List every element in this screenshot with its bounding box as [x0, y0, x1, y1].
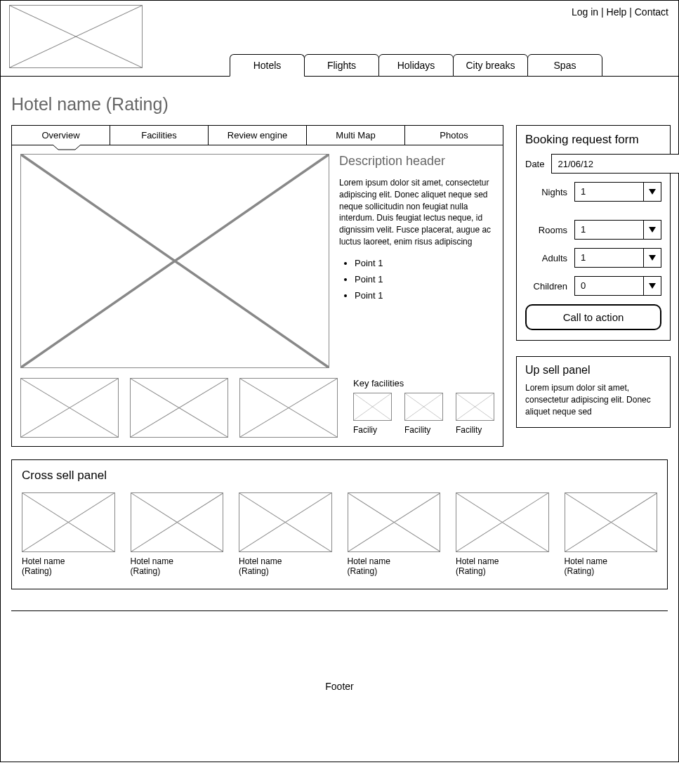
facility-item: Facility [404, 393, 443, 435]
rooms-label: Rooms [525, 225, 567, 235]
cross-sell-item[interactable]: Hotel name (Rating) [456, 492, 549, 576]
help-link[interactable]: Help [607, 6, 627, 18]
tab-multi-map[interactable]: Multi Map [307, 126, 405, 145]
description-points: Point 1 Point 1 Point 1 [339, 258, 494, 301]
chevron-down-icon[interactable] [643, 248, 661, 268]
tab-review-engine[interactable]: Review engine [209, 126, 307, 145]
svg-marker-17 [649, 227, 656, 233]
footer: Footer [11, 610, 668, 762]
detail-body: Description header Lorem ipsum dolor sit… [11, 145, 503, 447]
description-point: Point 1 [355, 290, 494, 301]
upsell-body: Lorem ipsum dolor sit amet, consectetur … [525, 382, 661, 417]
hotel-name: Hotel name [131, 556, 224, 566]
chevron-down-icon[interactable] [643, 182, 661, 202]
description-header: Description header [339, 154, 494, 169]
svg-marker-18 [649, 255, 656, 261]
facility-icon [456, 393, 494, 421]
cta-button[interactable]: Call to action [525, 304, 661, 330]
key-facilities-title: Key facilities [353, 378, 494, 388]
hotel-name: Hotel name [565, 556, 658, 566]
children-label: Children [525, 281, 567, 292]
main-nav: Hotels Flights Holidays City breaks Spas [230, 54, 602, 77]
cross-sell-title: Cross sell panel [22, 469, 657, 483]
rooms-value: 1 [574, 220, 643, 240]
facility-item: Faciliy [353, 393, 392, 435]
hotel-image-placeholder [348, 492, 441, 552]
upsell-panel: Up sell panel Lorem ipsum dolor sit amet… [516, 356, 671, 428]
nights-select[interactable]: 1 [574, 182, 661, 202]
cross-sell-item[interactable]: Hotel name (Rating) [565, 492, 658, 576]
cross-sell-item[interactable]: Hotel name (Rating) [348, 492, 441, 576]
nav-tab-hotels[interactable]: Hotels [230, 54, 305, 77]
date-label: Date [525, 159, 544, 169]
hotel-rating: (Rating) [565, 566, 658, 576]
cross-sell-item[interactable]: Hotel name (Rating) [22, 492, 115, 576]
thumbnail-image[interactable] [239, 378, 338, 438]
hotel-rating: (Rating) [348, 566, 441, 576]
hotel-image-placeholder [131, 492, 224, 552]
hotel-rating: (Rating) [239, 566, 332, 576]
hotel-rating: (Rating) [131, 566, 224, 576]
facility-icon [404, 393, 443, 421]
facility-icon [353, 393, 392, 421]
hotel-name: Hotel name [348, 556, 441, 566]
date-input[interactable] [551, 154, 679, 174]
thumbnail-image[interactable] [130, 378, 228, 438]
hero-image-placeholder [20, 154, 329, 368]
nav-tab-spas[interactable]: Spas [527, 54, 602, 77]
cross-sell-item[interactable]: Hotel name (Rating) [131, 492, 224, 576]
active-tab-indicator-icon [53, 145, 81, 150]
tab-photos[interactable]: Photos [405, 126, 503, 145]
hotel-image-placeholder [22, 492, 115, 552]
nav-tab-flights[interactable]: Flights [304, 54, 379, 77]
booking-title: Booking request form [525, 133, 661, 147]
top-links: Log in | Help | Contact [572, 6, 668, 18]
description-point: Point 1 [355, 258, 494, 268]
booking-form: Booking request form Date Nights 1 [516, 125, 671, 341]
hotel-rating: (Rating) [456, 566, 549, 576]
cross-sell-item[interactable]: Hotel name (Rating) [239, 492, 332, 576]
login-link[interactable]: Log in [572, 6, 598, 18]
logo-placeholder[interactable] [9, 5, 143, 68]
nights-value: 1 [574, 182, 643, 202]
hotel-image-placeholder [239, 492, 332, 552]
tab-overview[interactable]: Overview [12, 126, 110, 145]
hotel-image-placeholder [456, 492, 549, 552]
svg-marker-16 [649, 189, 656, 195]
header: Log in | Help | Contact Hotels Flights H… [1, 1, 678, 77]
adults-value: 1 [574, 248, 643, 268]
rooms-select[interactable]: 1 [574, 220, 661, 240]
chevron-down-icon[interactable] [643, 276, 661, 296]
adults-label: Adults [525, 253, 567, 263]
svg-marker-19 [649, 283, 656, 289]
facility-label: Facility [404, 425, 430, 435]
children-select[interactable]: 0 [574, 276, 661, 296]
hotel-name: Hotel name [239, 556, 332, 566]
page-title: Hotel name (Rating) [11, 94, 668, 115]
description-body: Lorem ipsum dolor sit amet, consectetur … [339, 177, 494, 248]
hotel-image-placeholder [565, 492, 658, 552]
detail-tabs: Overview Facilities Review engine Multi … [11, 125, 503, 145]
facility-label: Facility [456, 425, 482, 435]
chevron-down-icon[interactable] [643, 220, 661, 240]
hotel-rating: (Rating) [22, 566, 115, 576]
upsell-title: Up sell panel [525, 364, 661, 377]
hotel-name: Hotel name [456, 556, 549, 566]
contact-link[interactable]: Contact [635, 6, 668, 18]
cross-sell-panel: Cross sell panel Hotel name (Rating) Hot… [11, 459, 668, 589]
children-value: 0 [574, 276, 643, 296]
facility-label: Faciliy [353, 425, 377, 435]
description-point: Point 1 [355, 274, 494, 285]
tab-facilities[interactable]: Facilities [110, 126, 209, 145]
nights-label: Nights [525, 187, 567, 197]
nav-tab-city-breaks[interactable]: City breaks [453, 54, 528, 77]
thumbnail-image[interactable] [20, 378, 119, 438]
adults-select[interactable]: 1 [574, 248, 661, 268]
hotel-name: Hotel name [22, 556, 115, 566]
nav-tab-holidays[interactable]: Holidays [378, 54, 454, 77]
facility-item: Facility [456, 393, 494, 435]
